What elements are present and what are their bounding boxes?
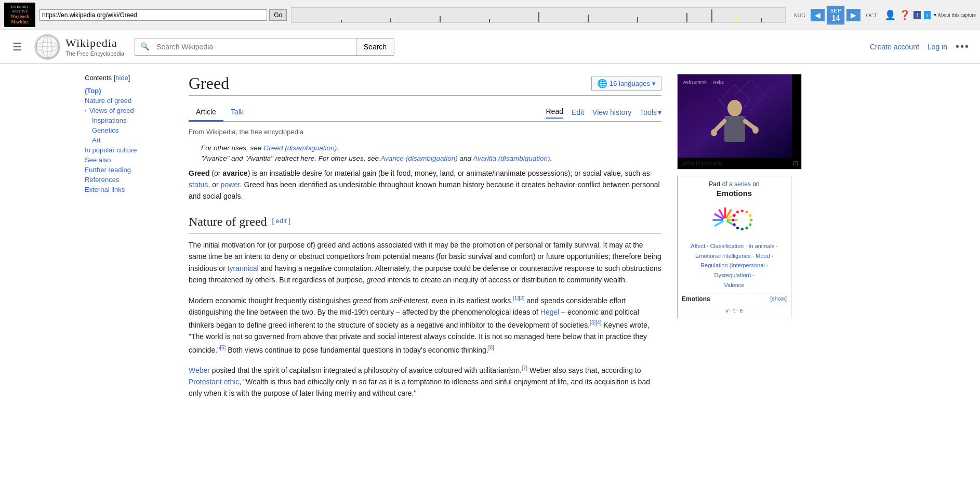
toc-list: (Top) Nature of greed › Views of greed I… [85, 86, 173, 194]
svg-rect-9 [724, 116, 745, 142]
toc-link-see-also[interactable]: See also [85, 156, 111, 164]
wiki-globe [34, 34, 60, 60]
article-title-text: Greed [189, 74, 229, 93]
emotions-chart [698, 202, 771, 238]
create-account-link[interactable]: Create account [870, 43, 919, 51]
ref5[interactable]: [5] [220, 345, 226, 351]
tab-article[interactable]: Article [189, 103, 223, 122]
svg-point-29 [749, 223, 751, 226]
ref2[interactable]: [2] [519, 295, 524, 301]
vte-t-link[interactable]: t [733, 307, 735, 314]
expand-icon[interactable]: ⊡ [793, 160, 798, 167]
twitter-icon[interactable]: t [924, 11, 931, 19]
svg-point-23 [723, 218, 727, 222]
svg-point-26 [745, 211, 748, 213]
toc-item-views: › Views of greed [85, 106, 173, 115]
toc-hide-link[interactable]: hide [115, 74, 128, 82]
svg-point-32 [736, 227, 739, 229]
affect-link[interactable]: Affect [691, 243, 705, 249]
protestant-ethic-link[interactable]: Protestant ethic [189, 378, 239, 386]
wiki-logo[interactable]: Wikipedia The Free Encyclopedia [34, 34, 124, 60]
nature-heading-text: Nature of greed [189, 212, 267, 231]
nav-arrows: AUG ◀ SEP 14 ▶ OCT [790, 6, 880, 24]
person-name: John Riccitiello [681, 160, 722, 167]
toc-link-top[interactable]: (Top) [85, 87, 101, 95]
ref1[interactable]: [1] [513, 295, 519, 301]
tools-dropdown[interactable]: Tools ▾ [640, 108, 661, 116]
nature-edit-link[interactable]: [ edit ] [272, 216, 290, 227]
toc-link-art[interactable]: Art [92, 136, 101, 144]
article-tabs-right: Read Edit View history Tools ▾ [546, 107, 662, 118]
weber-link[interactable]: Weber [189, 366, 210, 374]
nav-prev[interactable]: ◀ [811, 9, 825, 21]
series-link[interactable]: a series [729, 180, 751, 188]
toc-link-references[interactable]: References [85, 176, 119, 184]
toc-item-nature: Nature of greed [85, 96, 173, 106]
vte-e-link[interactable]: e [739, 307, 743, 314]
help-icon[interactable]: ❓ [899, 9, 910, 21]
article-title: Greed 🌐 16 languages ▾ [189, 74, 661, 96]
svg-point-13 [752, 126, 759, 134]
user-icon[interactable]: 👤 [884, 9, 896, 21]
emotions-part-of: Part of a series on [682, 180, 787, 188]
emotional-intelligence-link[interactable]: Emotional intelligence [695, 253, 751, 259]
status-link[interactable]: status [189, 180, 208, 189]
classification-link[interactable]: Classification [710, 243, 744, 249]
mood-link[interactable]: Mood [756, 253, 770, 259]
ref7[interactable]: [7] [522, 365, 527, 371]
vte-v-link[interactable]: v [725, 307, 729, 314]
tab-read[interactable]: Read [546, 107, 563, 119]
lang-button[interactable]: 🌐 16 languages ▾ [591, 76, 661, 91]
toc-link-popular[interactable]: In popular culture [85, 146, 137, 154]
toc-item-further: Further reading [85, 165, 173, 175]
nav-next[interactable]: ▶ [846, 9, 860, 21]
toc-item-references: References [85, 175, 173, 185]
article-area: Greed 🌐 16 languages ▾ Article Talk Read [178, 63, 677, 417]
emotions-label-row: Emotions [show] [682, 293, 787, 303]
ref3[interactable]: [3] [590, 320, 595, 326]
power-link[interactable]: power [220, 180, 240, 189]
tools-label: Tools [640, 108, 657, 116]
go-button[interactable]: Go [269, 9, 287, 21]
search-box: 🔍 Search [135, 38, 394, 56]
tab-history[interactable]: View history [592, 108, 631, 116]
login-link[interactable]: Log in [928, 43, 947, 51]
person-image: websummit webs [677, 74, 802, 170]
search-button[interactable]: Search [356, 38, 394, 55]
emotions-show-link[interactable]: [show] [770, 295, 787, 303]
tyrannical-link[interactable]: tyrannical [228, 264, 259, 273]
lang-count: 16 languages [610, 80, 650, 87]
valence-link[interactable]: Valence [724, 282, 745, 288]
url-input[interactable] [39, 9, 267, 21]
toc-link-external[interactable]: External links [85, 186, 125, 193]
about-capture-text[interactable]: ▾ About this capture [934, 12, 976, 18]
tab-talk[interactable]: Talk [223, 103, 251, 122]
more-options-icon[interactable]: ••• [956, 41, 970, 53]
ref4[interactable]: [4] [595, 320, 601, 326]
dysregulation-link[interactable]: Dysregulation) [714, 272, 751, 278]
ref6[interactable]: [6] [488, 345, 494, 351]
facebook-icon[interactable]: f [913, 11, 921, 19]
tab-edit[interactable]: Edit [572, 108, 584, 116]
search-area: 🔍 Search [135, 38, 394, 56]
avaritia-disambig-link[interactable]: Avaritia (disambiguation) [473, 154, 550, 162]
person-image-placeholder: websummit webs [678, 74, 792, 158]
toc-link-views[interactable]: Views of greed [89, 107, 134, 114]
cal-month-active: SEP 14 [827, 6, 844, 24]
avarice-disambig-link[interactable]: Avarice (disambiguation) [380, 154, 457, 162]
svg-point-8 [727, 100, 742, 116]
svg-point-35 [733, 214, 735, 217]
emotions-series-title: Emotions [682, 189, 787, 198]
cal-month-aug: AUG [790, 11, 809, 19]
search-input[interactable] [154, 38, 356, 55]
regulation-link[interactable]: Regulation (Interpersonal [700, 262, 765, 268]
emotions-footer-label: Emotions [682, 295, 710, 303]
hatnote-disambig-link[interactable]: Greed (disambiguation) [263, 144, 337, 152]
toc-link-genetics[interactable]: Genetics [92, 126, 118, 134]
toc-link-inspirations[interactable]: Inspirations [92, 116, 126, 124]
menu-icon[interactable]: ☰ [10, 38, 24, 55]
hegel-link[interactable]: Hegel [540, 308, 560, 316]
in-animals-link[interactable]: In animals [748, 243, 774, 249]
toc-link-nature[interactable]: Nature of greed [85, 97, 131, 105]
toc-link-further[interactable]: Further reading [85, 166, 131, 174]
